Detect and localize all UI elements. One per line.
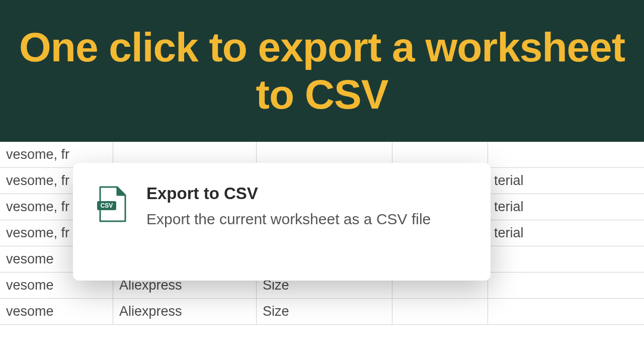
csv-file-icon: CSV (97, 186, 127, 223)
cell: vesome (0, 299, 113, 324)
: terial (488, 220, 644, 246)
svg-text:CSV: CSV (101, 202, 113, 209)
cell: terial (488, 194, 644, 220)
banner-headline: One click to export a worksheet to CSV (0, 24, 644, 119)
promo-banner: One click to export a worksheet to CSV (0, 0, 644, 142)
cell (488, 246, 644, 272)
cell (488, 273, 644, 298)
export-csv-popup[interactable]: CSV Export to CSV Export the current wor… (73, 163, 491, 281)
cell (488, 142, 644, 167)
cell: Aliexpress (113, 299, 257, 324)
export-csv-title: Export to CSV (146, 184, 466, 203)
cell: terial (488, 168, 644, 194)
cell: Size (257, 299, 392, 324)
table-row: vesome Aliexpress Size (0, 299, 644, 325)
cell (488, 299, 644, 324)
cell (392, 299, 488, 324)
export-csv-text: Export to CSV Export the current workshe… (146, 184, 466, 259)
export-csv-description: Export the current worksheet as a CSV fi… (146, 209, 466, 230)
